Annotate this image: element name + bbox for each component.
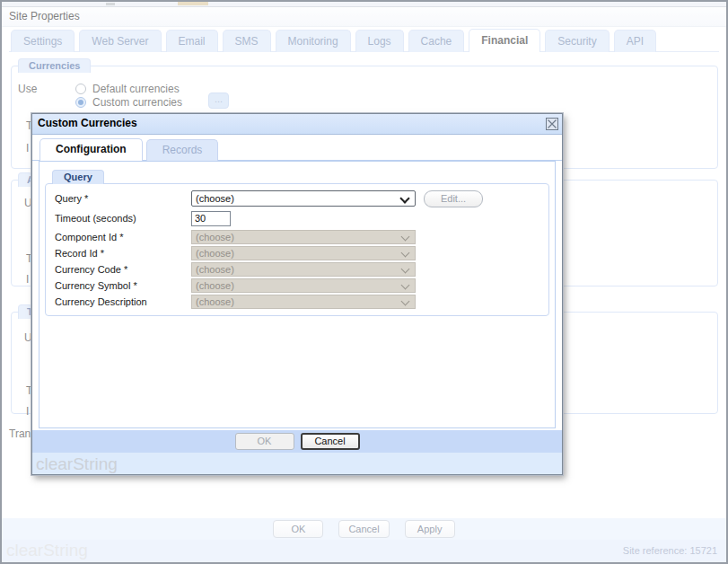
query-legend: Query	[52, 170, 104, 184]
currency-description-select: (choose)	[191, 295, 416, 309]
modal-cancel-button[interactable]: Cancel	[301, 433, 360, 450]
modal-brand-watermark: clearString	[32, 453, 562, 474]
modal-titlebar: Custom Currencies	[32, 114, 562, 135]
edit-button[interactable]: Edit...	[424, 190, 483, 207]
chevron-down-icon	[401, 265, 410, 274]
modal-tabstrip: Configuration Records	[32, 138, 562, 161]
close-icon[interactable]	[546, 118, 558, 130]
form-row-currency-code: Currency Code * (choose)	[55, 262, 539, 277]
modal-tab-configuration[interactable]: Configuration	[39, 138, 143, 161]
chevron-down-icon	[401, 233, 410, 242]
custom-currencies-dialog: Custom Currencies Configuration Records …	[31, 113, 563, 475]
form-row-query: Query * (choose) Edit...	[55, 190, 539, 207]
record-id-select: (choose)	[191, 246, 416, 260]
chevron-down-icon	[401, 281, 410, 290]
query-fieldset: Query * (choose) Edit... Timeout (second…	[45, 183, 549, 316]
record-id-label: Record Id *	[55, 248, 191, 259]
timeout-input[interactable]	[191, 211, 231, 226]
currency-code-select-value: (choose)	[196, 264, 234, 275]
currency-description-label: Currency Description	[55, 296, 191, 307]
modal-ok-button[interactable]: OK	[235, 433, 294, 450]
form-row-timeout: Timeout (seconds)	[55, 210, 539, 226]
form-row-currency-symbol: Currency Symbol * (choose)	[55, 278, 539, 293]
component-id-label: Component Id *	[55, 232, 191, 242]
chevron-down-icon	[399, 193, 409, 203]
form-row-currency-description: Currency Description (choose)	[55, 295, 539, 309]
query-form: Query * (choose) Edit... Timeout (second…	[55, 190, 539, 311]
currency-symbol-select-value: (choose)	[196, 280, 234, 291]
modal-tab-records[interactable]: Records	[146, 139, 219, 161]
site-properties-window: Site Properties Settings Web Server Emai…	[0, 0, 728, 564]
query-select-value: (choose)	[196, 193, 234, 204]
currency-symbol-label: Currency Symbol *	[55, 280, 191, 291]
form-row-component-id: Component Id * (choose)	[55, 230, 539, 244]
query-select[interactable]: (choose)	[191, 190, 416, 207]
currency-description-select-value: (choose)	[196, 296, 234, 307]
chevron-down-icon	[401, 249, 410, 258]
currency-code-select: (choose)	[191, 262, 416, 277]
modal-button-bar: OK Cancel	[32, 430, 562, 453]
currency-symbol-select: (choose)	[191, 278, 416, 293]
modal-tab-panel: Query Query * (choose) Edit... Timeout (…	[39, 161, 556, 428]
currency-code-label: Currency Code *	[55, 264, 191, 275]
chevron-down-icon	[401, 297, 410, 306]
query-label: Query *	[55, 193, 191, 204]
modal-title: Custom Currencies	[32, 114, 562, 133]
component-id-select: (choose)	[191, 230, 416, 244]
timeout-label: Timeout (seconds)	[55, 213, 191, 224]
form-row-record-id: Record Id * (choose)	[55, 246, 539, 260]
record-id-select-value: (choose)	[196, 248, 234, 259]
component-id-select-value: (choose)	[196, 232, 234, 242]
